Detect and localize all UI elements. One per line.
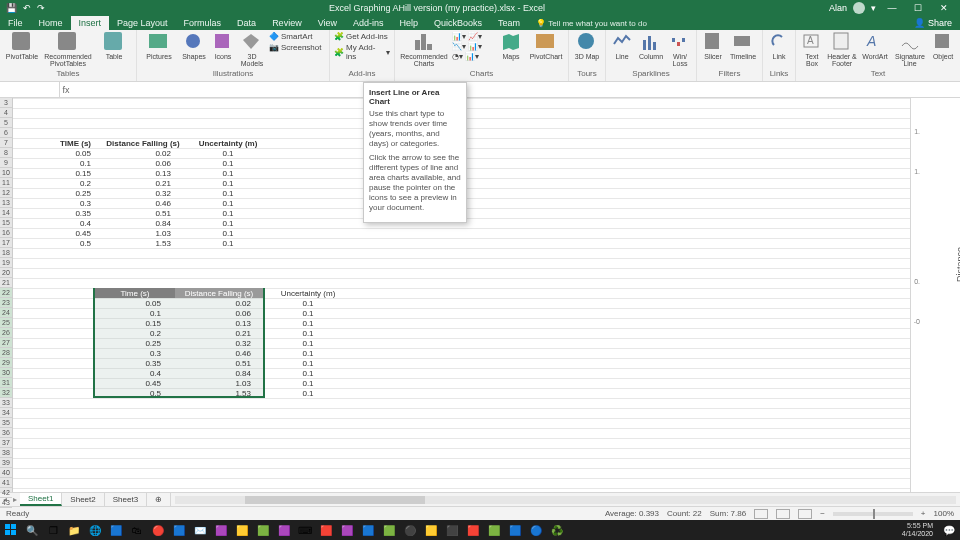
start-button[interactable] [2, 522, 20, 538]
chart-line-button[interactable]: 📈▾ [468, 32, 482, 41]
app9-icon[interactable]: ⚫ [401, 522, 419, 538]
row-header-10[interactable]: 10 [0, 168, 12, 178]
row-header-34[interactable]: 34 [0, 408, 12, 418]
row-header-15[interactable]: 15 [0, 218, 12, 228]
sel-cell-time[interactable]: 0.2 [103, 328, 163, 338]
mail-icon[interactable]: ✉️ [191, 522, 209, 538]
tab-formulas[interactable]: Formulas [176, 16, 230, 30]
chrome-icon[interactable]: 🔴 [149, 522, 167, 538]
timeline-button[interactable]: Timeline [728, 32, 758, 60]
tab-insert[interactable]: Insert [71, 16, 110, 30]
row-header-17[interactable]: 17 [0, 238, 12, 248]
scroll-thumb[interactable] [245, 496, 425, 504]
chart-area-button[interactable]: 📉▾ [452, 42, 466, 51]
row-header-3[interactable]: 3 [0, 98, 12, 108]
header-time[interactable]: TIME (s) [33, 138, 93, 148]
recommended-charts-button[interactable]: Recommended Charts [399, 32, 449, 67]
redo-icon[interactable]: ↷ [37, 3, 45, 13]
app4-icon[interactable]: 🟩 [254, 522, 272, 538]
sel-cell-uncertainty[interactable]: 0.1 [288, 298, 328, 308]
sel-cell-uncertainty[interactable]: 0.1 [288, 318, 328, 328]
wordart-button[interactable]: AWordArt [860, 32, 890, 60]
tell-me-search[interactable]: 💡 Tell me what you want to do [528, 17, 655, 30]
chart-bar2d-button[interactable]: 📊▾ [452, 32, 466, 41]
row-header-24[interactable]: 24 [0, 308, 12, 318]
cell-uncertainty[interactable]: 0.1 [203, 168, 253, 178]
recommended-pivottables-button[interactable]: Recommended PivotTables [43, 32, 93, 67]
horizontal-scrollbar[interactable] [175, 496, 956, 504]
keyboard-icon[interactable]: ⌨ [296, 522, 314, 538]
row-header-37[interactable]: 37 [0, 438, 12, 448]
sel-cell-uncertainty[interactable]: 0.1 [288, 338, 328, 348]
header-uncertainty[interactable]: Uncertainty (m) [193, 138, 263, 148]
cell-uncertainty[interactable]: 0.1 [203, 228, 253, 238]
taskview-icon[interactable]: ❐ [44, 522, 62, 538]
tab-view[interactable]: View [310, 16, 345, 30]
pagebreak-view-button[interactable] [798, 509, 812, 519]
row-header-6[interactable]: 6 [0, 128, 12, 138]
header-uncertainty2[interactable]: Uncertainty (m) [273, 288, 343, 298]
chart-combo-button[interactable]: 📊▾ [465, 52, 479, 61]
screenshot-button[interactable]: 📷Screenshot [269, 43, 325, 52]
tab-addins[interactable]: Add-ins [345, 16, 392, 30]
cell-time[interactable]: 0.15 [33, 168, 93, 178]
row-header-36[interactable]: 36 [0, 428, 12, 438]
sel-cell-uncertainty[interactable]: 0.1 [288, 348, 328, 358]
my-addins-button[interactable]: 🧩My Add-ins▾ [334, 43, 390, 61]
row-header-21[interactable]: 21 [0, 278, 12, 288]
sel-cell-time[interactable]: 0.3 [103, 348, 163, 358]
fx-icon[interactable]: fx [60, 85, 72, 95]
excel-icon[interactable]: 🟩 [485, 522, 503, 538]
chart-pie-button[interactable]: ◔▾ [452, 52, 463, 61]
onenote-icon[interactable]: 🟪 [275, 522, 293, 538]
app8-icon[interactable]: 🟩 [380, 522, 398, 538]
chart-stat-button[interactable]: 📊▾ [468, 42, 482, 51]
app5-icon[interactable]: 🟥 [317, 522, 335, 538]
sel-cell-time[interactable]: 0.35 [103, 358, 163, 368]
row-header-5[interactable]: 5 [0, 118, 12, 128]
row-header-30[interactable]: 30 [0, 368, 12, 378]
sel-cell-distance[interactable]: 0.46 [193, 348, 253, 358]
row-header-41[interactable]: 41 [0, 478, 12, 488]
app10-icon[interactable]: 🟨 [422, 522, 440, 538]
sel-cell-uncertainty[interactable]: 0.1 [288, 368, 328, 378]
cell-distance[interactable]: 0.06 [113, 158, 173, 168]
cell-distance[interactable]: 0.02 [113, 148, 173, 158]
app6-icon[interactable]: 🟪 [338, 522, 356, 538]
signature-line-button[interactable]: Signature Line [893, 32, 927, 67]
row-headers[interactable]: 3456789101112131415161718192021222324252… [0, 98, 13, 492]
row-header-31[interactable]: 31 [0, 378, 12, 388]
tab-file[interactable]: File [0, 16, 31, 30]
tab-data[interactable]: Data [229, 16, 264, 30]
sheet-tab-2[interactable]: Sheet2 [62, 493, 104, 506]
windowsapp-icon[interactable]: 🟦 [170, 522, 188, 538]
3d-map-button[interactable]: 3D Map [573, 32, 601, 60]
app3-icon[interactable]: 🟨 [233, 522, 251, 538]
cell-time[interactable]: 0.45 [33, 228, 93, 238]
sel-cell-time[interactable]: 0.25 [103, 338, 163, 348]
shapes-button[interactable]: Shapes [180, 32, 208, 60]
system-clock[interactable]: 5:55 PM4/14/2020 [898, 522, 937, 538]
normal-view-button[interactable] [754, 509, 768, 519]
recycle-icon[interactable]: ♻️ [548, 522, 566, 538]
zoom-slider[interactable] [833, 512, 913, 516]
notifications-icon[interactable]: 💬 [940, 522, 958, 538]
acrobat-icon[interactable]: 🟥 [464, 522, 482, 538]
row-header-19[interactable]: 19 [0, 258, 12, 268]
sparkline-line-button[interactable]: Line [610, 32, 634, 60]
tab-team[interactable]: Team [490, 16, 528, 30]
app-icon[interactable]: 🟦 [107, 522, 125, 538]
row-header-7[interactable]: 7 [0, 138, 12, 148]
sel-cell-distance[interactable]: 0.21 [193, 328, 253, 338]
row-header-32[interactable]: 32 [0, 388, 12, 398]
app11-icon[interactable]: ⬛ [443, 522, 461, 538]
cell-uncertainty[interactable]: 0.1 [203, 158, 253, 168]
folder-icon[interactable]: 📁 [65, 522, 83, 538]
cell-uncertainty[interactable]: 0.1 [203, 178, 253, 188]
sel-cell-time[interactable]: 0.05 [103, 298, 163, 308]
cell-time[interactable]: 0.5 [33, 238, 93, 248]
maps-button[interactable]: Maps [497, 32, 525, 60]
sel-cell-uncertainty[interactable]: 0.1 [288, 358, 328, 368]
row-header-20[interactable]: 20 [0, 268, 12, 278]
row-header-13[interactable]: 13 [0, 198, 12, 208]
